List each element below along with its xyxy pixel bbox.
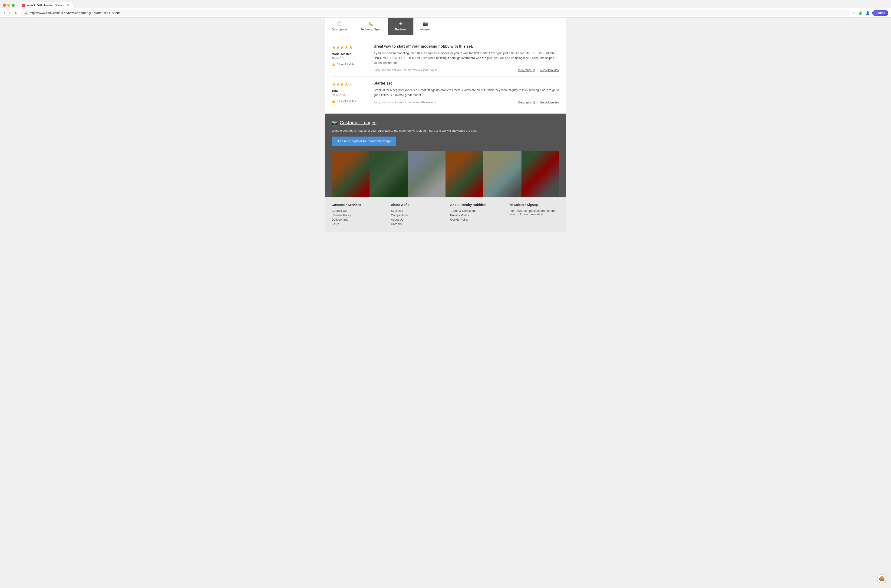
reply-to-review-button-1[interactable]: Reply to review bbox=[540, 69, 559, 72]
thumb-up-icon-1: 👍 bbox=[332, 63, 335, 66]
footer-delivery-info[interactable]: Delivery Info bbox=[332, 218, 382, 221]
review-author-2: Tom bbox=[332, 89, 369, 93]
footer: Customer Services Contact Us Returns Pol… bbox=[325, 197, 566, 232]
review-left-1: ★★★★★ Model Master 16/04/2017 👍 1 Helpfu… bbox=[332, 44, 369, 72]
new-tab-button[interactable]: + bbox=[74, 2, 80, 8]
review-links-2: View reply (1) | Reply to review bbox=[518, 101, 559, 104]
tab-description[interactable]: 📋 Description bbox=[325, 18, 354, 35]
footer-customer-services-title: Customer Services bbox=[332, 203, 382, 207]
review-right-1: Great way to start off your modeling hob… bbox=[373, 44, 559, 72]
tab-close-icon[interactable]: ✕ bbox=[67, 4, 69, 7]
footer-newsletter-title: Newsletter Signup bbox=[509, 203, 559, 207]
reviews-icon: ★ bbox=[399, 21, 403, 26]
review-helpful-1: 👍 1 Helpful Vote bbox=[332, 63, 369, 66]
customer-images-section: 📷 Customer Images Want to contribute ima… bbox=[325, 114, 566, 197]
tab-images-label: Images bbox=[421, 28, 430, 31]
close-button[interactable] bbox=[3, 4, 6, 7]
address-bar: ‹ › ↻ 🔒 https://www.airfix.com/uk-en/haw… bbox=[0, 8, 891, 18]
customer-image-2[interactable] bbox=[370, 151, 407, 197]
browser-actions: ☆ 🧩 👤 Update bbox=[852, 10, 888, 16]
customer-image-6[interactable] bbox=[521, 151, 559, 197]
review-actions-1: Sorry, you can not vote for this review.… bbox=[373, 69, 559, 72]
active-tab[interactable]: Airfix A55205 Medium Starte… ✕ bbox=[18, 2, 73, 8]
footer-about-hornby: About Hornby Hobbies Terms & Conditions … bbox=[450, 203, 500, 226]
minimize-button[interactable] bbox=[7, 4, 10, 7]
account-icon[interactable]: 👤 bbox=[865, 10, 870, 15]
ci-header: 📷 Customer Images bbox=[332, 120, 559, 126]
tab-title: Airfix A55205 Medium Starte… bbox=[27, 4, 65, 7]
customer-image-5[interactable] bbox=[483, 151, 521, 197]
update-button[interactable]: Update bbox=[872, 10, 888, 16]
bookmark-icon[interactable]: ☆ bbox=[852, 10, 856, 15]
ci-description: Want to contribute images of your purcha… bbox=[332, 129, 559, 132]
description-icon: 📋 bbox=[337, 21, 342, 26]
review-title-2: Starter set bbox=[373, 81, 559, 86]
tab-technical-spec-label: Technical Spec bbox=[361, 28, 381, 31]
footer-stockists[interactable]: Stockists bbox=[391, 209, 441, 213]
footer-contact-us[interactable]: Contact Us bbox=[332, 209, 382, 213]
review-title-1: Great way to start off your modeling hob… bbox=[373, 44, 559, 48]
tab-description-label: Description bbox=[332, 28, 347, 31]
footer-faqs[interactable]: FAQs bbox=[332, 222, 382, 226]
reviews-section: ★★★★★ Model Master 16/04/2017 👍 1 Helpfu… bbox=[325, 35, 566, 114]
review-actions-2: Sorry, you can not vote for this review.… bbox=[373, 101, 559, 104]
review-helpful-count-1: 1 Helpful Vote bbox=[337, 63, 355, 66]
customer-image-3[interactable] bbox=[408, 151, 446, 197]
footer-privacy-policy[interactable]: Privacy Policy bbox=[450, 213, 500, 217]
tab-favicon bbox=[22, 4, 25, 7]
review-divider-1: | bbox=[537, 69, 538, 72]
url-text: https://www.airfix.com/uk-en/hawker-harr… bbox=[30, 11, 846, 15]
review-body-2: Great kit for a beginner modeller. Great… bbox=[373, 88, 559, 98]
tab-reviews[interactable]: ★ Reviews bbox=[388, 18, 413, 35]
footer-about-airfix: About Airfix Stockists Competitions Abou… bbox=[391, 203, 441, 226]
view-reply-button-2[interactable]: View reply (1) bbox=[518, 101, 535, 104]
review-item-2: ★★★★★ Tom 29/12/2015 👍 3 Helpful Votes S… bbox=[332, 76, 559, 109]
review-links-1: View reply (1) | Reply to review bbox=[518, 69, 559, 72]
footer-customer-services: Customer Services Contact Us Returns Pol… bbox=[332, 203, 382, 226]
browser-chrome: Airfix A55205 Medium Starte… ✕ + ‹ › ↻ 🔒… bbox=[0, 0, 891, 18]
thumb-up-icon-2: 👍 bbox=[332, 99, 335, 103]
footer-careers[interactable]: Careers bbox=[391, 222, 441, 226]
footer-returns-policy[interactable]: Returns Policy bbox=[332, 213, 382, 217]
review-vote-text-2: Sorry, you can not vote for this review.… bbox=[373, 101, 437, 104]
upload-image-button[interactable]: Sign in or register to upload an image bbox=[332, 136, 396, 146]
lock-icon: 🔒 bbox=[24, 11, 28, 15]
ci-images-grid bbox=[332, 151, 559, 197]
product-tabs: 📋 Description 📐 Technical Spec ★ Reviews… bbox=[325, 18, 566, 35]
customer-image-1[interactable] bbox=[332, 151, 370, 197]
page-wrapper: 📋 Description 📐 Technical Spec ★ Reviews… bbox=[325, 18, 566, 232]
footer-about-hornby-title: About Hornby Hobbies bbox=[450, 203, 500, 207]
maximize-button[interactable] bbox=[12, 4, 15, 7]
forward-button[interactable]: › bbox=[8, 10, 11, 15]
tab-bar: Airfix A55205 Medium Starte… ✕ + bbox=[0, 0, 891, 8]
review-date-1: 16/04/2017 bbox=[332, 56, 369, 60]
view-reply-button-1[interactable]: View reply (1) bbox=[518, 69, 535, 72]
tab-images[interactable]: 📷 Images bbox=[413, 18, 437, 35]
footer-cookie-policy[interactable]: Cookie Policy bbox=[450, 218, 500, 221]
footer-competitions[interactable]: Competitions bbox=[391, 213, 441, 217]
review-body-1: If you are new to modeling, then this is… bbox=[373, 51, 559, 65]
footer-terms-conditions[interactable]: Terms & Conditions bbox=[450, 209, 500, 213]
reply-to-review-button-2[interactable]: Reply to review bbox=[540, 101, 559, 104]
footer-newsletter: Newsletter Signup For news, competitions… bbox=[509, 203, 559, 226]
review-helpful-count-2: 3 Helpful Votes bbox=[337, 100, 356, 103]
traffic-lights bbox=[3, 4, 15, 7]
footer-newsletter-text: For news, competitions and offers, sign … bbox=[509, 209, 559, 216]
customer-image-4[interactable] bbox=[446, 151, 483, 197]
reload-button[interactable]: ↻ bbox=[14, 10, 19, 15]
images-icon: 📷 bbox=[423, 21, 428, 26]
tab-technical-spec[interactable]: 📐 Technical Spec bbox=[354, 18, 388, 35]
review-right-2: Starter set Great kit for a beginner mod… bbox=[373, 81, 559, 104]
footer-about-us[interactable]: About Us bbox=[391, 218, 441, 221]
back-button[interactable]: ‹ bbox=[3, 10, 6, 15]
review-stars-1: ★★★★★ bbox=[332, 44, 369, 50]
extensions-icon[interactable]: 🧩 bbox=[858, 10, 863, 15]
url-bar[interactable]: 🔒 https://www.airfix.com/uk-en/hawker-ha… bbox=[21, 10, 849, 16]
review-vote-text-1: Sorry, you can not vote for this review.… bbox=[373, 69, 437, 72]
review-stars-2: ★★★★★ bbox=[332, 81, 369, 87]
review-helpful-2: 👍 3 Helpful Votes bbox=[332, 99, 369, 103]
camera-icon: 📷 bbox=[332, 120, 337, 126]
review-author-1: Model Master bbox=[332, 52, 369, 56]
review-item: ★★★★★ Model Master 16/04/2017 👍 1 Helpfu… bbox=[332, 40, 559, 76]
review-left-2: ★★★★★ Tom 29/12/2015 👍 3 Helpful Votes bbox=[332, 81, 369, 104]
